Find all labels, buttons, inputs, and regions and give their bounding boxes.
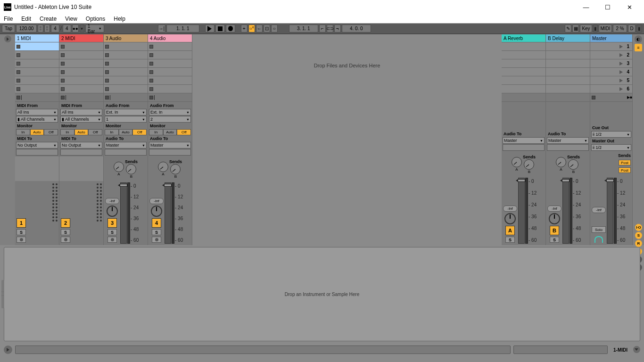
cue-out-select[interactable]: ii 1/2 — [591, 131, 631, 138]
monitor-auto[interactable]: Auto — [163, 129, 177, 135]
stop-clips[interactable] — [15, 93, 59, 102]
scene-launch[interactable]: 2 — [590, 51, 632, 59]
key-map[interactable]: Key — [580, 25, 592, 33]
send-b-knob[interactable] — [170, 164, 181, 174]
output-select[interactable]: Master — [547, 137, 589, 144]
menu-options[interactable]: Options — [86, 16, 105, 22]
input-type-select[interactable]: All Ins — [60, 109, 102, 115]
track-activator[interactable]: B — [550, 226, 559, 235]
clip-slot[interactable] — [148, 85, 192, 93]
follow-icon[interactable]: →| — [158, 25, 165, 33]
monitor-off[interactable]: Off — [177, 129, 191, 135]
clip-slot[interactable] — [15, 51, 59, 59]
track-activator[interactable]: 2 — [61, 218, 70, 228]
tap-tempo[interactable]: Tap — [2, 25, 15, 33]
clip-slot[interactable] — [15, 76, 59, 85]
monitor-off[interactable]: Off — [44, 129, 58, 135]
arm-button[interactable] — [17, 237, 26, 243]
output-channel[interactable] — [105, 149, 147, 156]
solo-button[interactable]: S — [61, 229, 70, 235]
post-a[interactable]: Post — [619, 160, 631, 165]
clip-slot[interactable] — [148, 51, 192, 59]
cue-volume-icon[interactable] — [594, 236, 603, 243]
status-info-box[interactable] — [15, 346, 511, 354]
send-a-knob[interactable] — [158, 162, 168, 172]
pan-knob[interactable] — [107, 206, 118, 217]
input-channel-select[interactable]: ▮ All Channels — [16, 116, 58, 123]
record-button[interactable] — [226, 25, 235, 33]
monitor-auto[interactable]: Auto — [30, 129, 44, 135]
solo-button[interactable]: S — [152, 229, 161, 235]
monitor-in[interactable]: In — [60, 129, 74, 135]
browser-expand-icon[interactable] — [4, 35, 11, 42]
clip-slot[interactable] — [59, 68, 103, 76]
time-sig-num[interactable]: 4 — [51, 25, 59, 33]
track-activator[interactable]: A — [505, 226, 515, 235]
monitor-in[interactable]: In — [16, 129, 30, 135]
volume-display[interactable]: -Inf — [105, 198, 119, 204]
loop-switch[interactable]: ⊂⊃ — [327, 25, 333, 33]
output-type-select[interactable]: Master — [105, 142, 147, 148]
automation-arm-icon[interactable]: ○° — [248, 25, 255, 33]
overdub-icon[interactable]: + — [241, 25, 248, 33]
monitor-off[interactable]: Off — [132, 129, 147, 135]
track-title[interactable]: 1 MIDI — [15, 34, 59, 42]
punch-in-icon[interactable]: ⌐ — [319, 25, 326, 33]
clip-slot[interactable] — [59, 42, 103, 51]
clip-slot[interactable] — [104, 42, 148, 51]
scene-launch[interactable]: 1 — [590, 42, 632, 51]
send-a-knob[interactable] — [114, 162, 124, 172]
input-channel-select[interactable]: ▮ All Channels — [60, 116, 102, 123]
track-title[interactable]: 4 Audio — [148, 34, 192, 42]
output-channel[interactable] — [503, 144, 545, 151]
input-type-select[interactable]: Ext. In — [149, 109, 191, 115]
volume-display[interactable]: -Inf — [503, 206, 517, 212]
input-type-select[interactable]: All Ins — [16, 109, 58, 115]
stop-clips[interactable] — [104, 93, 148, 102]
arm-button[interactable] — [152, 237, 161, 243]
clip-slot[interactable] — [59, 76, 103, 85]
maximize-button[interactable]: ☐ — [597, 0, 619, 14]
return-title[interactable]: A Reverb — [502, 34, 545, 42]
arm-button[interactable] — [61, 237, 70, 243]
session-record-icon[interactable]: ○ — [271, 25, 278, 33]
pan-knob[interactable] — [504, 213, 516, 224]
send-b-knob[interactable] — [524, 159, 534, 170]
send-a-knob[interactable] — [512, 157, 522, 167]
clip-slot[interactable] — [104, 85, 148, 93]
output-select[interactable]: Master — [503, 137, 545, 144]
monitor-off[interactable]: Off — [88, 129, 102, 135]
monitor-in[interactable]: In — [105, 129, 119, 135]
track-activator[interactable]: 4 — [152, 218, 161, 228]
output-type-select[interactable]: No Output — [60, 142, 102, 148]
midi-map[interactable]: MIDI — [599, 25, 612, 33]
metronome-dropdown[interactable]: ▾ — [80, 25, 84, 33]
overload-indicator[interactable]: D — [628, 25, 636, 33]
detail-expand-icon[interactable] — [633, 346, 640, 353]
clip-slot[interactable] — [59, 59, 103, 68]
clip-slot[interactable] — [148, 76, 192, 85]
clip-slot[interactable] — [15, 59, 59, 68]
scene-launch[interactable]: 5 — [590, 76, 632, 85]
volume-fader[interactable] — [120, 182, 127, 244]
scene-launch[interactable]: 4 — [590, 68, 632, 76]
output-type-select[interactable]: No Output — [16, 142, 58, 148]
clip-slot[interactable] — [15, 85, 59, 93]
output-channel[interactable] — [547, 144, 589, 151]
tempo-nudge-up[interactable]: ⦙⦙ — [44, 25, 50, 33]
clip-slot[interactable] — [59, 51, 103, 59]
draw-mode-icon[interactable]: ✎ — [565, 25, 571, 33]
output-channel[interactable] — [149, 149, 191, 156]
volume-fader[interactable] — [165, 182, 171, 244]
menu-edit[interactable]: Edit — [21, 16, 31, 22]
clip-slot[interactable] — [104, 68, 148, 76]
monitor-in[interactable]: In — [149, 129, 163, 135]
arm-button[interactable] — [107, 237, 117, 243]
clip-slot[interactable] — [104, 76, 148, 85]
track-activator[interactable]: 3 — [107, 218, 117, 228]
scene-launch[interactable]: 3 — [590, 59, 632, 68]
clip-slot[interactable] — [148, 59, 192, 68]
input-channel-select[interactable]: 2 — [149, 116, 191, 123]
master-fader[interactable] — [607, 178, 613, 244]
stop-clips[interactable] — [148, 93, 192, 102]
